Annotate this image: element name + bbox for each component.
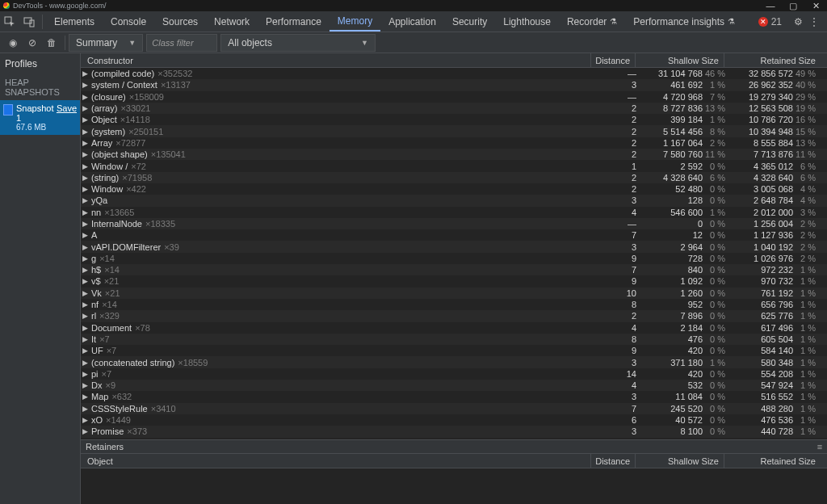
grid-body[interactable]: ▶(compiled code)×352532—31 104 76846 %32… (81, 68, 827, 439)
device-toggle-icon[interactable] (19, 16, 39, 27)
heap-row[interactable]: ▶(closure)×158009—4 720 9687 %19 279 340… (81, 91, 827, 103)
tab-recorder[interactable]: Recorder⚗ (559, 11, 625, 32)
expand-icon[interactable]: ▶ (82, 416, 90, 424)
heap-row[interactable]: ▶A7120 %1 127 9362 % (81, 229, 827, 241)
expand-icon[interactable]: ▶ (82, 208, 90, 216)
heap-row[interactable]: ▶(string)×7195824 328 6406 %4 328 6406 % (81, 172, 827, 183)
col-shallow[interactable]: Shallow Size (635, 454, 724, 468)
expand-icon[interactable]: ▶ (82, 254, 90, 262)
expand-icon[interactable]: ▶ (82, 93, 90, 101)
tab-performance[interactable]: Performance (258, 11, 330, 32)
col-distance[interactable]: Distance (590, 454, 635, 468)
expand-icon[interactable]: ▶ (82, 300, 90, 309)
heap-row[interactable]: ▶(compiled code)×352532—31 104 76846 %32… (81, 68, 827, 79)
expand-icon[interactable]: ▶ (82, 220, 90, 228)
expand-icon[interactable]: ▶ (82, 266, 90, 274)
expand-icon[interactable]: ▶ (82, 370, 90, 378)
error-badge[interactable]: ✕ 21 (758, 16, 782, 27)
heap-row[interactable]: ▶Vk×21101 2600 %761 1921 % (81, 288, 827, 299)
col-retained[interactable]: Retained Size (724, 53, 821, 67)
delete-icon[interactable]: 🗑 (42, 33, 61, 52)
expand-icon[interactable]: ▶ (82, 104, 90, 112)
expand-icon[interactable]: ▶ (82, 335, 90, 343)
heap-row[interactable]: ▶nf×1489520 %656 7961 % (81, 299, 827, 310)
minimize-button[interactable]: — (759, 1, 782, 10)
col-retained[interactable]: Retained Size (724, 454, 821, 468)
tab-application[interactable]: Application (380, 11, 444, 32)
tab-security[interactable]: Security (444, 11, 495, 32)
heap-row[interactable]: ▶system / Context×131373461 6921 %26 962… (81, 79, 827, 90)
expand-icon[interactable]: ▶ (82, 324, 90, 332)
tab-console[interactable]: Console (103, 11, 154, 32)
class-filter-input[interactable] (146, 34, 217, 52)
expand-icon[interactable]: ▶ (82, 359, 90, 367)
clear-icon[interactable]: ⊘ (23, 33, 42, 52)
heap-row[interactable]: ▶Window×422252 4800 %3 005 0684 % (81, 183, 827, 195)
col-distance[interactable]: Distance (590, 53, 635, 67)
heap-row[interactable]: ▶Document×7842 1840 %617 4961 % (81, 322, 827, 334)
expand-icon[interactable]: ▶ (82, 196, 90, 204)
tab-network[interactable]: Network (206, 11, 258, 32)
record-icon[interactable]: ◉ (3, 33, 23, 52)
expand-icon[interactable]: ▶ (82, 150, 90, 158)
expand-icon[interactable]: ▶ (82, 346, 90, 355)
expand-icon[interactable]: ▶ (82, 393, 90, 401)
heap-row[interactable]: ▶g×1497280 %1 026 9762 % (81, 253, 827, 264)
heap-row[interactable]: ▶Dx×945320 %547 9241 % (81, 380, 827, 391)
close-button[interactable]: ✕ (804, 1, 827, 11)
heap-row[interactable]: ▶Object×141182399 1841 %10 786 72016 % (81, 114, 827, 125)
heap-row[interactable]: ▶InternalNode×18335—00 %1 256 0042 % (81, 218, 827, 229)
expand-icon[interactable]: ▶ (82, 427, 90, 435)
heap-row[interactable]: ▶xO×1449640 5720 %476 5361 % (81, 414, 827, 426)
expand-icon[interactable]: ▶ (82, 381, 90, 389)
snapshot-save-link[interactable]: Save (57, 103, 77, 123)
tab-memory[interactable]: Memory (330, 11, 380, 32)
expand-icon[interactable]: ▶ (82, 312, 90, 320)
col-shallow[interactable]: Shallow Size (635, 53, 724, 67)
kebab-menu-icon[interactable]: ⋮ (806, 16, 822, 27)
heap-row[interactable]: ▶rl×32927 8960 %625 7761 % (81, 310, 827, 321)
expand-icon[interactable]: ▶ (82, 185, 90, 193)
expand-icon[interactable]: ▶ (82, 139, 90, 147)
snapshot-item[interactable]: Snapshot 1 Save 67.6 MB (0, 100, 80, 135)
heap-row[interactable]: ▶v$×2191 0920 %970 7321 % (81, 275, 827, 287)
tab-lighthouse[interactable]: Lighthouse (495, 11, 559, 32)
expand-icon[interactable]: ▶ (82, 405, 90, 413)
heap-row[interactable]: ▶(system)×25015125 514 4568 %10 394 9481… (81, 125, 827, 136)
col-constructor[interactable]: Constructor (81, 56, 590, 65)
heap-row[interactable]: ▶vAPI.DOMFilterer×3932 9640 %1 040 1922 … (81, 241, 827, 252)
expand-icon[interactable]: ▶ (82, 243, 90, 251)
heap-row[interactable]: ▶h$×1478400 %972 2321 % (81, 264, 827, 275)
tab-elements[interactable]: Elements (46, 11, 103, 32)
expand-icon[interactable]: ▶ (82, 231, 90, 239)
settings-icon[interactable]: ⚙ (790, 16, 806, 27)
expand-icon[interactable]: ▶ (82, 174, 90, 182)
expand-icon[interactable]: ▶ (82, 116, 90, 124)
heap-row[interactable]: ▶CSSStyleRule×34107245 5200 %488 2801 % (81, 403, 827, 414)
heap-row[interactable]: ▶yQa31280 %2 648 7844 % (81, 195, 827, 206)
view-dropdown[interactable]: Summary ▼ (69, 34, 143, 52)
tab-performance-insights[interactable]: Performance insights⚗ (625, 11, 743, 32)
expand-icon[interactable]: ▶ (82, 128, 90, 136)
heap-row[interactable]: ▶Window /×7212 5920 %4 365 0126 % (81, 160, 827, 171)
expand-icon[interactable]: ▶ (82, 162, 90, 170)
heap-row[interactable]: ▶(concatenated string)×185593371 1801 %5… (81, 356, 827, 368)
heap-row[interactable]: ▶Promise×37338 1000 %440 7281 % (81, 426, 827, 437)
heap-row[interactable]: ▶Array×7287721 167 0642 %8 555 88413 % (81, 137, 827, 149)
heap-row[interactable]: ▶(array)×3302128 727 83613 %12 563 50819… (81, 103, 827, 114)
expand-icon[interactable]: ▶ (82, 69, 90, 78)
scope-dropdown[interactable]: All objects ▼ (220, 34, 376, 52)
heap-row[interactable]: ▶Map×632311 0840 %516 5521 % (81, 391, 827, 402)
expand-icon[interactable]: ▶ (82, 289, 90, 297)
heap-row[interactable]: ▶pi×7144200 %554 2081 % (81, 368, 827, 380)
col-object[interactable]: Object (81, 456, 590, 466)
retainers-menu-icon[interactable]: ≡ (812, 442, 827, 452)
heap-row[interactable]: ▶It×784760 %605 5041 % (81, 334, 827, 345)
expand-icon[interactable]: ▶ (82, 81, 90, 89)
heap-row[interactable]: ▶UF×794200 %584 1401 % (81, 345, 827, 356)
tab-sources[interactable]: Sources (154, 11, 206, 32)
expand-icon[interactable]: ▶ (82, 277, 90, 285)
heap-row[interactable]: ▶(object shape)×13504127 580 76011 %7 71… (81, 149, 827, 160)
maximize-button[interactable]: ▢ (782, 1, 804, 11)
heap-row[interactable]: ▶nn×136654546 6001 %2 012 0003 % (81, 207, 827, 218)
